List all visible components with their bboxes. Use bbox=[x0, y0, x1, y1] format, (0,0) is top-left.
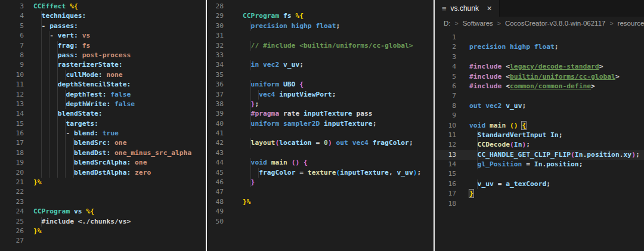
code-line-content[interactable]: #pragma rate inputTexture pass bbox=[224, 109, 373, 119]
code-line-content[interactable] bbox=[456, 199, 469, 209]
code-line-content[interactable] bbox=[224, 70, 243, 80]
line-number[interactable]: 11 bbox=[0, 80, 24, 89]
code-line[interactable]: 14 gl_Position = In.position; bbox=[435, 160, 644, 169]
code-line-content[interactable] bbox=[456, 33, 469, 42]
line-number[interactable]: 17 bbox=[0, 138, 24, 148]
code-area-right[interactable]: 12precision highp float;34#include <lega… bbox=[435, 30, 644, 209]
code-line[interactable]: 27 bbox=[0, 236, 206, 246]
line-number[interactable]: 16 bbox=[435, 179, 456, 189]
line-number[interactable]: 11 bbox=[435, 131, 456, 140]
code-line[interactable]: 2precision highp float; bbox=[435, 42, 644, 52]
code-line[interactable]: 42 layout(location = 0) out vec4 fragCol… bbox=[207, 138, 434, 148]
code-line-content[interactable]: void main () { bbox=[224, 158, 308, 168]
code-line-content[interactable]: - passes: bbox=[24, 21, 78, 31]
line-number[interactable]: 22 bbox=[0, 187, 24, 197]
code-line[interactable]: 44 void main () { bbox=[207, 158, 434, 168]
code-line[interactable]: 6 - vert: vs bbox=[0, 31, 206, 41]
line-number[interactable]: 44 bbox=[207, 158, 224, 168]
code-line[interactable]: 12 depthTest: false bbox=[0, 90, 206, 100]
line-number[interactable]: 8 bbox=[0, 51, 24, 60]
line-number[interactable]: 40 bbox=[207, 119, 224, 129]
code-line-content[interactable] bbox=[224, 51, 243, 60]
code-line-content[interactable]: fragColor = texture(inputTexture, v_uv); bbox=[224, 168, 421, 178]
code-line-content[interactable] bbox=[24, 187, 33, 197]
line-number[interactable]: 10 bbox=[435, 121, 456, 131]
code-line[interactable]: 11 StandardVertInput In; bbox=[435, 131, 644, 140]
code-line-content[interactable]: gl_Position = In.position; bbox=[456, 160, 583, 169]
code-line[interactable]: 4#include <legacy/decode-standard> bbox=[435, 62, 644, 72]
line-number[interactable]: 18 bbox=[0, 148, 24, 158]
code-line-content[interactable]: CC_HANDLE_GET_CLIP_FLIP(In.position.xy); bbox=[456, 150, 640, 160]
line-number[interactable]: 14 bbox=[435, 160, 456, 169]
line-number[interactable]: 8 bbox=[435, 101, 456, 111]
close-icon[interactable]: ✕ bbox=[487, 5, 492, 13]
code-line[interactable]: 15 bbox=[435, 169, 644, 179]
code-line-content[interactable] bbox=[224, 2, 243, 11]
code-line-content[interactable]: #include <./chunks/vs> bbox=[24, 217, 131, 227]
code-line[interactable]: 33 bbox=[207, 51, 434, 60]
code-line-content[interactable]: blendDstAlpha: zero bbox=[24, 168, 151, 178]
code-line-content[interactable]: depthStencilState: bbox=[24, 80, 131, 89]
line-number[interactable]: 9 bbox=[0, 60, 24, 70]
line-number[interactable]: 15 bbox=[0, 119, 24, 129]
line-number[interactable]: 39 bbox=[207, 109, 224, 119]
code-line-content[interactable]: targets: bbox=[24, 119, 98, 129]
code-line[interactable]: 35 bbox=[207, 70, 434, 80]
line-number[interactable]: 6 bbox=[435, 82, 456, 91]
line-number[interactable]: 3 bbox=[0, 2, 24, 11]
code-line[interactable]: 7 frag: fs bbox=[0, 41, 206, 51]
code-line[interactable]: 25 #include <./chunks/vs> bbox=[0, 217, 206, 227]
line-number[interactable]: 21 bbox=[0, 178, 24, 187]
line-number[interactable]: 13 bbox=[0, 100, 24, 109]
code-line-content[interactable]: in vec2 v_uv; bbox=[224, 60, 304, 70]
line-number[interactable]: 18 bbox=[435, 199, 456, 209]
line-number[interactable]: 4 bbox=[0, 11, 24, 21]
line-number[interactable]: 47 bbox=[207, 187, 224, 197]
code-line-content[interactable]: #include <builtin/uniforms/cc-global> bbox=[456, 72, 620, 82]
code-line-content[interactable] bbox=[224, 129, 243, 138]
code-line[interactable]: 11 depthStencilState: bbox=[0, 80, 206, 89]
code-area-middle[interactable]: 2829CCProgram fs %{30 precision highp fl… bbox=[207, 0, 434, 227]
line-number[interactable]: 35 bbox=[207, 70, 224, 80]
code-line-content[interactable] bbox=[24, 236, 33, 246]
code-line-content[interactable]: CCProgram fs %{ bbox=[224, 11, 304, 21]
code-line-content[interactable]: pass: post-process bbox=[24, 51, 131, 60]
code-line-content[interactable]: CCDecode(In); bbox=[456, 140, 530, 150]
code-line[interactable]: 12 CCDecode(In); bbox=[435, 140, 644, 150]
code-line-content[interactable]: blendDst: one_minus_src_alpha bbox=[24, 148, 191, 158]
breadcrumb-item[interactable]: resources bbox=[618, 20, 644, 27]
code-line[interactable]: 13 CC_HANDLE_GET_CLIP_FLIP(In.position.x… bbox=[435, 150, 644, 160]
line-number[interactable]: 2 bbox=[435, 42, 456, 52]
line-number[interactable]: 5 bbox=[0, 21, 24, 31]
line-number[interactable]: 26 bbox=[0, 227, 24, 236]
code-line-content[interactable]: layout(location = 0) out vec4 fragColor; bbox=[224, 138, 413, 148]
code-line[interactable]: 3 bbox=[435, 52, 644, 62]
code-line-content[interactable]: precision highp float; bbox=[224, 21, 340, 31]
code-line-content[interactable]: techniques: bbox=[24, 11, 86, 21]
code-line-content[interactable] bbox=[224, 148, 243, 158]
line-number[interactable]: 45 bbox=[207, 168, 224, 178]
code-line-content[interactable]: void main () { bbox=[456, 121, 526, 131]
code-line-content[interactable] bbox=[224, 217, 243, 227]
tab-vs-chunk[interactable]: ≡ vs.chunk ✕ bbox=[435, 0, 500, 17]
code-line[interactable]: 20 blendDstAlpha: zero bbox=[0, 168, 206, 178]
code-line-content[interactable]: #include <common/common-define> bbox=[456, 82, 595, 91]
line-number[interactable]: 27 bbox=[0, 236, 24, 246]
code-line-content[interactable]: uniform sampler2D inputTexture; bbox=[224, 119, 376, 129]
code-line[interactable]: 16 v_uv = a_texCoord; bbox=[435, 179, 644, 189]
code-line[interactable]: 8 pass: post-process bbox=[0, 51, 206, 60]
code-line[interactable]: 34 in vec2 v_uv; bbox=[207, 60, 434, 70]
code-line-content[interactable]: }% bbox=[24, 227, 42, 236]
line-number[interactable]: 9 bbox=[435, 111, 456, 120]
code-line[interactable]: 26}% bbox=[0, 227, 206, 236]
code-line[interactable]: 31 bbox=[207, 31, 434, 41]
line-number[interactable]: 12 bbox=[435, 140, 456, 150]
code-line-content[interactable]: }% bbox=[224, 197, 251, 207]
line-number[interactable]: 3 bbox=[435, 52, 456, 62]
line-number[interactable]: 16 bbox=[0, 129, 24, 138]
line-number[interactable]: 7 bbox=[435, 91, 456, 101]
code-line[interactable]: 21}% bbox=[0, 178, 206, 187]
line-number[interactable]: 34 bbox=[207, 60, 224, 70]
code-line-content[interactable]: blendSrcAlpha: one bbox=[24, 158, 147, 168]
code-line[interactable]: 7 bbox=[435, 91, 644, 101]
